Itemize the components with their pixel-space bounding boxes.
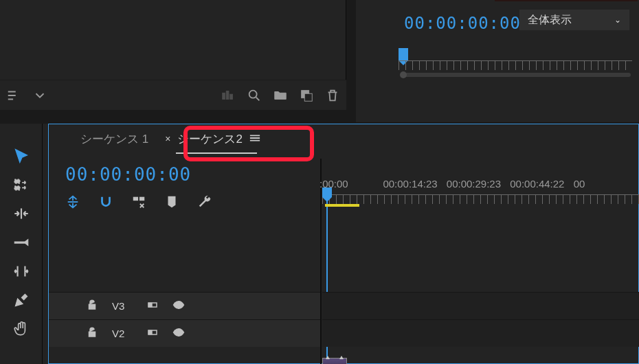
track-label: V3 <box>112 300 133 312</box>
sequence-tab-1[interactable]: シーケンス 1 <box>72 126 157 152</box>
marker-icon[interactable] <box>164 194 179 209</box>
program-monitor: 0 00:00:00:00 全体表示 ⌄ <box>356 0 639 122</box>
lock-icon[interactable] <box>86 326 98 341</box>
clip-thumbnail[interactable] <box>322 358 347 364</box>
program-timecode[interactable]: 00:00:00:00 <box>404 14 521 33</box>
project-toolbar <box>0 80 346 110</box>
program-ruler[interactable] <box>399 44 632 74</box>
timeline-ruler[interactable]: :00:00 00:00:14:23 00:00:29:23 00:00:44:… <box>322 181 639 208</box>
chevron-down-icon[interactable] <box>32 87 48 104</box>
insert-toggle-icon[interactable] <box>65 194 80 209</box>
program-playhead[interactable] <box>399 48 408 60</box>
svg-rect-10 <box>89 304 96 309</box>
track-headers: V3 V2 <box>49 292 320 347</box>
svg-rect-1 <box>226 91 229 99</box>
selection-tool[interactable] <box>11 146 32 166</box>
pen-tool[interactable] <box>11 290 32 310</box>
ruler-tick-label: 00 <box>574 178 637 190</box>
svg-rect-14 <box>89 332 96 337</box>
svg-rect-8 <box>133 197 138 201</box>
timeline-timecode[interactable]: 00:00:00:00 <box>65 164 336 185</box>
snap-icon[interactable] <box>98 194 113 209</box>
program-ticks <box>399 60 632 70</box>
program-scale-label: 0 <box>371 0 401 3</box>
program-zoom-label: 全体表示 <box>528 13 572 27</box>
svg-rect-12 <box>148 303 152 307</box>
chevron-down-icon: ⌄ <box>614 15 621 25</box>
svg-rect-16 <box>148 330 152 334</box>
track-header-v3[interactable]: V3 <box>49 292 320 319</box>
settings-wrench-icon[interactable] <box>197 194 212 209</box>
search-icon[interactable] <box>246 87 262 104</box>
folder-icon[interactable] <box>272 87 289 104</box>
svg-rect-2 <box>230 94 233 99</box>
svg-rect-5 <box>304 93 312 101</box>
razor-tool[interactable] <box>11 232 32 253</box>
close-icon[interactable]: × <box>165 133 170 144</box>
bars-icon[interactable] <box>220 87 236 104</box>
new-item-icon[interactable] <box>298 87 315 104</box>
program-scrollbar[interactable] <box>404 73 631 77</box>
lock-icon[interactable] <box>86 299 98 313</box>
trash-icon[interactable] <box>324 87 341 104</box>
ruler-tick-label: 00:00:44:22 <box>510 178 573 190</box>
svg-rect-6 <box>14 179 20 183</box>
ruler-tick-label: 00:00:29:23 <box>447 178 510 190</box>
track-header-v2[interactable]: V2 <box>49 319 320 347</box>
timeline-header: 00:00:00:00 <box>65 164 336 209</box>
timeline-tabs: シーケンス 1 × シーケンス2 <box>49 124 638 153</box>
svg-rect-0 <box>223 93 225 99</box>
program-preview-bar <box>495 0 638 1</box>
eye-icon[interactable] <box>172 299 185 313</box>
sequence-tab-label: シーケンス 1 <box>80 131 148 147</box>
svg-rect-7 <box>14 186 20 190</box>
source-patching-icon[interactable] <box>146 326 159 341</box>
timeline-playhead[interactable] <box>322 187 332 197</box>
panel-menu-icon[interactable] <box>249 132 260 146</box>
svg-point-17 <box>177 331 181 334</box>
tools-panel <box>0 124 43 364</box>
track-lane-v3[interactable] <box>322 292 639 319</box>
work-area-bar[interactable] <box>325 204 359 207</box>
svg-point-13 <box>177 304 181 307</box>
list-view-icon[interactable] <box>5 87 22 104</box>
hand-tool[interactable] <box>11 319 32 339</box>
timeline-panel: シーケンス 1 × シーケンス2 00:00:00:00 <box>48 124 639 364</box>
sequence-tab-2[interactable]: × シーケンス2 <box>157 126 269 152</box>
source-patching-icon[interactable] <box>146 299 159 313</box>
slip-tool[interactable] <box>11 261 32 282</box>
ruler-ticks <box>322 194 639 204</box>
track-select-forward-tool[interactable] <box>11 174 32 195</box>
svg-rect-9 <box>139 197 144 201</box>
linked-selection-icon[interactable] <box>131 194 146 209</box>
track-label: V2 <box>112 328 133 339</box>
program-zoom-dropdown[interactable]: 全体表示 ⌄ <box>519 10 629 30</box>
track-lanes[interactable] <box>322 292 639 347</box>
track-lane-v2[interactable] <box>322 319 639 347</box>
ripple-edit-tool[interactable] <box>11 203 32 224</box>
ruler-labels: :00:00 00:00:14:23 00:00:29:23 00:00:44:… <box>320 178 637 190</box>
eye-icon[interactable] <box>172 326 185 341</box>
svg-point-3 <box>249 90 257 98</box>
source-monitor <box>0 0 346 80</box>
sequence-tab-label: シーケンス2 <box>177 131 242 147</box>
ruler-tick-label: 00:00:14:23 <box>383 178 446 190</box>
